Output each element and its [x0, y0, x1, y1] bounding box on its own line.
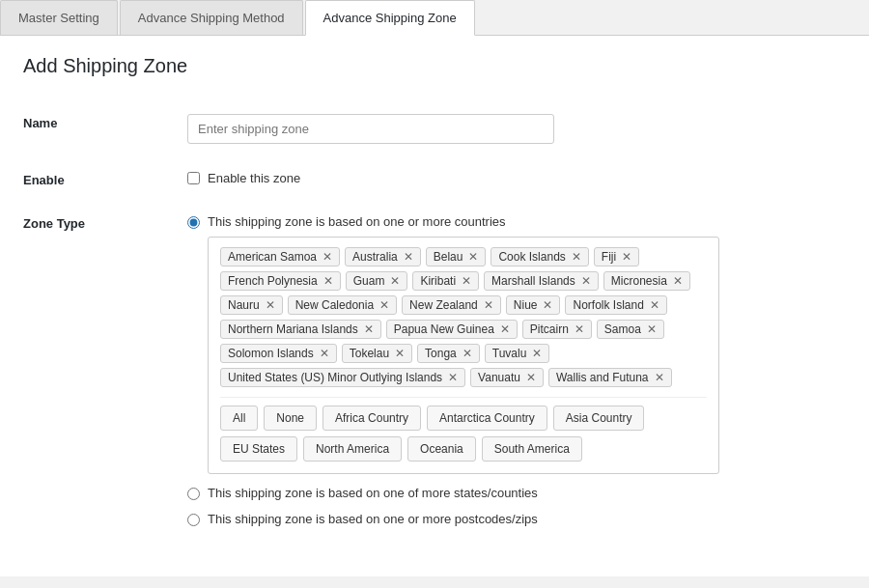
region-button[interactable]: EU States — [220, 436, 297, 462]
radio-countries-label: This shipping zone is based on one or mo… — [208, 214, 506, 229]
remove-tag-button[interactable]: ✕ — [320, 348, 329, 359]
remove-tag-button[interactable]: ✕ — [581, 275, 591, 287]
enable-row: Enable Enable this zone — [23, 157, 846, 201]
remove-tag-button[interactable]: ✕ — [404, 251, 413, 263]
form-table: Name Enable Enable this zone Zone Type — [23, 100, 846, 540]
country-tag: United States (US) Minor Outlying Island… — [220, 368, 465, 387]
radio-countries[interactable] — [187, 216, 200, 229]
tabs-bar: Master Setting Advance Shipping Method A… — [0, 0, 869, 36]
country-tag: Micronesia✕ — [603, 271, 690, 291]
remove-tag-button[interactable]: ✕ — [647, 323, 657, 335]
name-label: Name — [23, 100, 178, 157]
remove-tag-button[interactable]: ✕ — [462, 275, 471, 287]
tag-divider — [220, 397, 707, 398]
country-tag: New Caledonia✕ — [288, 295, 397, 315]
country-tag: Solomon Islands✕ — [220, 344, 337, 363]
country-tag: Nauru✕ — [220, 295, 283, 315]
country-tag: Norfolk Island✕ — [565, 295, 666, 315]
tab-master-setting[interactable]: Master Setting — [0, 0, 118, 35]
country-tag: New Zealand✕ — [402, 295, 501, 315]
enable-checkbox-row: Enable this zone — [187, 171, 846, 185]
region-button[interactable]: Antarctica Country — [427, 406, 547, 431]
radio-row-states: This shipping zone is based on one of mo… — [187, 486, 846, 500]
country-tag: Kiribati✕ — [412, 271, 479, 291]
country-tag: Tokelau✕ — [342, 344, 412, 363]
remove-tag-button[interactable]: ✕ — [575, 323, 584, 335]
remove-tag-button[interactable]: ✕ — [526, 372, 536, 383]
country-tag: Tuvalu✕ — [485, 344, 550, 363]
country-tag: Wallis and Futuna✕ — [548, 368, 672, 387]
zone-type-input-cell: This shipping zone is based on one or mo… — [178, 201, 846, 540]
country-tag: Fiji✕ — [594, 247, 639, 266]
name-input-cell — [178, 100, 846, 157]
enable-checkbox[interactable] — [187, 172, 200, 184]
remove-tag-button[interactable]: ✕ — [390, 275, 400, 287]
name-input[interactable] — [187, 114, 554, 144]
name-row: Name — [23, 100, 846, 157]
tab-advance-shipping-zone[interactable]: Advance Shipping Zone — [305, 0, 475, 36]
region-button[interactable]: Africa Country — [322, 406, 421, 431]
zone-type-label: Zone Type — [23, 201, 178, 540]
region-button[interactable]: Oceania — [407, 436, 476, 462]
remove-tag-button[interactable]: ✕ — [650, 299, 659, 311]
remove-tag-button[interactable]: ✕ — [532, 348, 542, 359]
country-tag: Vanuatu✕ — [470, 368, 544, 387]
region-button[interactable]: North America — [303, 436, 402, 462]
country-tag: Pitcairn✕ — [522, 320, 592, 339]
remove-tag-button[interactable]: ✕ — [322, 251, 332, 263]
country-box: American Samoa✕Australia✕Belau✕Cook Isla… — [208, 237, 719, 474]
radio-row-countries: This shipping zone is based on one or mo… — [187, 214, 846, 474]
country-tag: Tonga✕ — [417, 344, 480, 363]
remove-tag-button[interactable]: ✕ — [448, 372, 458, 383]
region-button[interactable]: Asia Country — [553, 406, 645, 431]
tab-advance-shipping-method[interactable]: Advance Shipping Method — [120, 0, 303, 35]
country-tag: Papua New Guinea✕ — [386, 320, 518, 339]
enable-label: Enable — [23, 157, 178, 201]
country-tag: Australia✕ — [345, 247, 421, 266]
radio-postcodes[interactable] — [187, 514, 200, 526]
country-tag: Guam✕ — [346, 271, 408, 291]
enable-checkbox-label: Enable this zone — [208, 171, 300, 185]
country-tag: Cook Islands✕ — [491, 247, 588, 266]
radio-group: This shipping zone is based on one or mo… — [187, 214, 846, 526]
remove-tag-button[interactable]: ✕ — [673, 275, 683, 287]
tags-area: American Samoa✕Australia✕Belau✕Cook Isla… — [220, 247, 707, 387]
region-button[interactable]: None — [264, 406, 317, 431]
remove-tag-button[interactable]: ✕ — [323, 275, 333, 287]
region-button[interactable]: South America — [482, 436, 582, 462]
remove-tag-button[interactable]: ✕ — [543, 299, 552, 311]
remove-tag-button[interactable]: ✕ — [395, 348, 405, 359]
remove-tag-button[interactable]: ✕ — [484, 299, 493, 311]
main-content: Add Shipping Zone Name Enable Enable thi… — [0, 36, 869, 576]
country-tag: Samoa✕ — [597, 320, 664, 339]
radio-row-postcodes: This shipping zone is based on one or mo… — [187, 512, 846, 526]
radio-postcodes-label: This shipping zone is based on one or mo… — [208, 512, 538, 526]
remove-tag-button[interactable]: ✕ — [622, 251, 631, 263]
region-button[interactable]: All — [220, 406, 258, 431]
country-tag: Belau✕ — [426, 247, 487, 266]
country-tag: Marshall Islands✕ — [484, 271, 599, 291]
remove-tag-button[interactable]: ✕ — [500, 323, 510, 335]
remove-tag-button[interactable]: ✕ — [463, 348, 472, 359]
country-tag: American Samoa✕ — [220, 247, 340, 266]
country-tag: Northern Mariana Islands✕ — [220, 320, 381, 339]
remove-tag-button[interactable]: ✕ — [468, 251, 478, 263]
enable-input-cell: Enable this zone — [178, 157, 846, 201]
country-tag: French Polynesia✕ — [220, 271, 341, 291]
radio-states[interactable] — [187, 488, 200, 500]
radio-states-label: This shipping zone is based on one of mo… — [208, 486, 538, 500]
region-buttons: AllNoneAfrica CountryAntarctica CountryA… — [220, 406, 707, 462]
remove-tag-button[interactable]: ✕ — [572, 251, 581, 263]
zone-type-row: Zone Type This shipping zone is based on… — [23, 201, 846, 540]
remove-tag-button[interactable]: ✕ — [364, 323, 374, 335]
remove-tag-button[interactable]: ✕ — [379, 299, 389, 311]
page-title: Add Shipping Zone — [23, 55, 846, 77]
remove-tag-button[interactable]: ✕ — [266, 299, 275, 311]
country-tag: Niue✕ — [506, 295, 561, 315]
remove-tag-button[interactable]: ✕ — [655, 372, 664, 383]
